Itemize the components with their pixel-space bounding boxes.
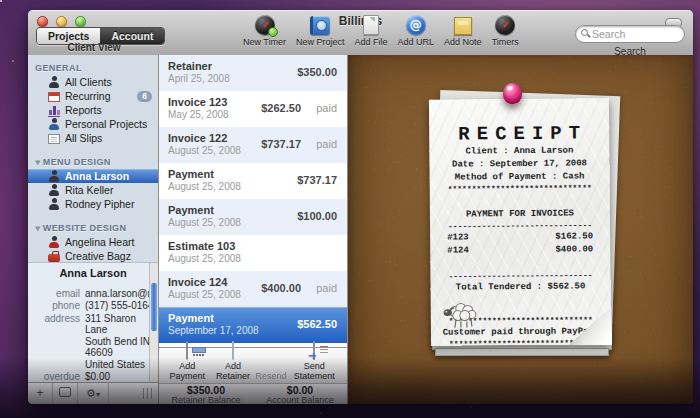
total-value: $0.00 [85,371,110,382]
entry-row[interactable]: Invoice 124 August 25, 2008 $400.00 paid [159,271,347,307]
desktop-background: Billings Projects Account Client View Ne… [0,0,700,418]
search-input[interactable]: Search [575,25,685,43]
slips-icon [48,134,60,144]
edit-client-button[interactable] [53,383,78,404]
action-button[interactable]: Add Retainer [210,342,255,383]
total-label: overdue [28,371,80,383]
total-label: unbilled [28,384,80,385]
client-field-row: phone (317) 555-0164 [28,300,158,312]
sidebar-item-client[interactable]: Rodney Pipher [28,197,158,211]
info-scrollbar[interactable] [149,263,158,384]
person-icon [48,184,60,196]
entry-title: Estimate 103 [168,240,337,253]
toolbar-button[interactable]: Timers [490,13,521,47]
entry-amount-right: $737.17 [297,174,337,186]
entry-date: August 25, 2008 [168,289,337,301]
sidebar-item-client[interactable]: Angelina Heart [28,235,158,249]
action-button[interactable]: Send Statement [287,342,342,383]
add-payment-icon [186,341,188,360]
app-window: Billings Projects Account Client View Ne… [28,10,693,404]
toolbar-button[interactable]: New Project [294,14,347,47]
account-history-panel: Retainer April 25, 2008 $350.00 Invoice … [159,55,348,404]
sidebar-item[interactable]: Personal Projects [28,117,158,131]
entry-row[interactable]: Invoice 123 May 25, 2008 $262.50 paid [159,91,347,127]
sidebar-item-label: Anna Larson [65,170,129,182]
group-header-menu-design[interactable]: ▼MENU DESIGN [28,156,158,169]
sidebar-item-label: Creative Bagz [65,250,131,262]
action-button[interactable]: Add Payment [164,342,210,383]
new-timer-icon [255,15,275,35]
add-file-icon [363,15,379,35]
toolbar-button[interactable]: Add URL [396,13,437,47]
entry-status: paid [316,282,337,294]
disclosure-triangle-icon[interactable]: ▼ [35,225,41,233]
entry-date: August 25, 2008 [168,145,337,157]
count-badge: 6 [137,91,152,102]
action-gear-button[interactable]: ⚙▾ [78,383,109,404]
push-pin-head [503,83,522,104]
corkboard: RECEIPT Client : Anna Larson Date : Sept… [348,55,693,404]
sidebar-item-client[interactable]: Rita Keller [28,183,158,197]
receipt-item: #124 $400.00 [430,243,610,258]
balance-summary: $0.00 Account Balance [253,384,347,404]
sidebar-item-label: All Clients [65,76,112,88]
person-blue-icon [48,118,60,130]
wallpaper-stars [0,0,2,2]
receipt[interactable]: RECEIPT Client : Anna Larson Date : Sept… [429,98,611,346]
person-red-icon [48,236,60,248]
toolbar-button[interactable]: Add Note [442,14,484,47]
entry-actions-bar: Add Payment Add Retainer Resend [159,347,347,383]
add-client-button[interactable]: + [28,383,53,404]
entry-status: paid [316,102,337,114]
receipt-total-line: Total Tendered : $562.50 [431,280,611,295]
entry-row[interactable]: Retainer April 25, 2008 $350.00 [159,55,347,91]
sidebar-item-label: Rodney Pipher [65,198,134,210]
entry-list: Retainer April 25, 2008 $350.00 Invoice … [159,55,347,347]
sidebar-item[interactable]: All Clients [28,75,158,89]
entry-row[interactable]: Payment August 25, 2008 $737.17 [159,163,347,199]
entry-amount-right: $100.00 [297,210,337,222]
entry-row[interactable]: Estimate 103 August 25, 2008 [159,235,347,271]
sidebar-item[interactable]: Reports [28,103,158,117]
action-button[interactable]: Resend [256,370,287,383]
resize-grip[interactable] [143,388,155,399]
search-icon [581,29,588,36]
window-header: Billings Projects Account Client View Ne… [28,10,693,56]
client-total-row: overdue $0.00 [28,371,158,383]
toolbar-button[interactable]: New Timer [241,13,288,47]
edit-box-icon [59,387,71,397]
receipt-item-id: #124 [447,244,469,257]
bar-chart-icon [48,104,60,117]
entry-row[interactable]: Payment August 25, 2008 $100.00 [159,199,347,235]
add-url-icon [406,15,426,35]
sidebar-item-client[interactable]: Creative Bagz [28,249,158,262]
toolbar-button[interactable]: Add File [353,14,390,47]
group-header-website-design[interactable]: ▼WEBSITE DESIGN [28,222,158,235]
balances-bar: $350.00 Retainer Balance $0.00 Account B… [159,383,347,404]
disclosure-triangle-icon[interactable]: ▼ [35,159,41,167]
total-value: $7,638.47 [85,384,138,385]
entry-date: August 25, 2008 [168,253,337,265]
balance-amount: $350.00 [159,385,253,395]
push-pin[interactable] [503,83,522,108]
new-project-icon [310,16,330,35]
toolbar: New Timer New Project Add File A [241,13,521,47]
entry-row[interactable]: Payment September 17, 2008 $562.50 [159,307,347,343]
sidebar-item[interactable]: All Slips [28,131,158,145]
sidebar-group-general: GENERAL All Clients [28,62,158,145]
client-name: Anna Larson [28,268,158,280]
scrollbar-thumb[interactable] [151,283,157,331]
sidebar-item-label: Personal Projects [65,118,147,130]
client-field-row: email anna.larson@me.com [28,288,158,300]
sidebar-item-label: Reports [65,104,102,116]
sidebar-item-client[interactable]: Anna Larson [28,169,158,183]
field-value: (317) 555-0164 [85,300,153,312]
entry-title: Invoice 122 [168,132,337,145]
sidebar-item[interactable]: Recurring 6 [28,89,158,103]
person-icon [48,198,60,210]
entry-status: paid [316,138,337,150]
window-content: GENERAL All Clients [28,55,693,404]
entry-row[interactable]: Invoice 122 August 25, 2008 $737.17 paid [159,127,347,163]
sidebar-item-label: Recurring [65,90,111,102]
send-statement-icon [313,341,315,360]
